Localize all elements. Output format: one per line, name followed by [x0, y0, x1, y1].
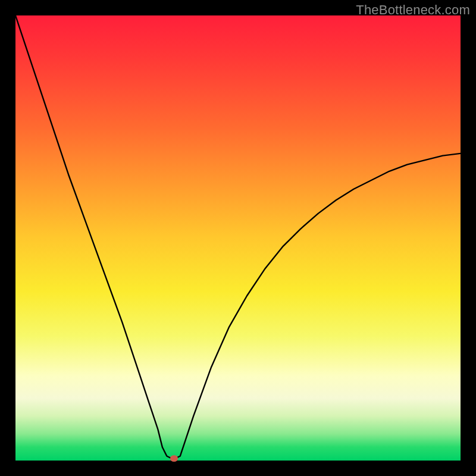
bottleneck-curve	[15, 15, 461, 461]
plot-area	[15, 15, 461, 461]
minimum-marker	[170, 455, 178, 462]
chart-frame: TheBottleneck.com	[0, 0, 476, 476]
watermark-text: TheBottleneck.com	[356, 2, 470, 18]
